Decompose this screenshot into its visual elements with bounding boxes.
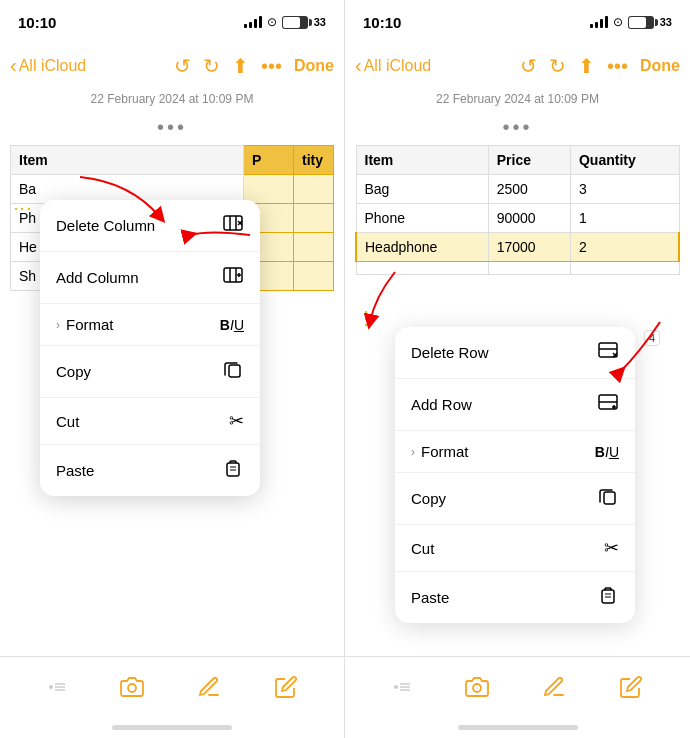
menu-item-copy-left[interactable]: Copy <box>40 346 260 398</box>
chevron-right-icon: › <box>56 318 60 332</box>
more-icon-right[interactable]: ••• <box>607 55 628 78</box>
col-header-item-right: Item <box>356 146 488 175</box>
add-column-icon <box>222 264 244 291</box>
compose-button-left[interactable] <box>274 675 298 699</box>
table-cell-left <box>294 262 334 291</box>
pen-button-right[interactable] <box>542 675 566 699</box>
status-bar-left: 10:10 ⊙ 33 <box>0 0 344 44</box>
left-phone-panel: 10:10 ⊙ 33 ‹ All iCloud ↺ <box>0 0 345 738</box>
col-header-price-left: P <box>244 146 294 175</box>
list-icon-right[interactable] <box>392 677 412 697</box>
content-area-right: ••• Item Price Quantity Bag 2500 3 <box>345 112 690 656</box>
undo-icon-right[interactable]: ↺ <box>520 54 537 78</box>
menu-item-copy-right[interactable]: Copy <box>395 473 635 525</box>
col-header-qty-left: tity <box>294 146 334 175</box>
number-badge-right: 4 <box>644 330 660 346</box>
nav-bar-left: ‹ All iCloud ↺ ↻ ⬆ ••• Done <box>0 44 344 88</box>
svg-rect-27 <box>604 492 615 504</box>
svg-rect-10 <box>229 365 240 377</box>
copy-icon-right <box>597 485 619 512</box>
right-phone-panel: 10:10 ⊙ 33 ‹ All iCloud ↺ <box>345 0 690 738</box>
table-right: Item Price Quantity Bag 2500 3 Phone 900… <box>345 145 690 275</box>
row-handle-left: ⋮ <box>12 200 34 220</box>
col-header-price-right: Price <box>488 146 570 175</box>
table-cell-left <box>294 175 334 204</box>
undo-icon-left[interactable]: ↺ <box>174 54 191 78</box>
pen-button-left[interactable] <box>197 675 221 699</box>
menu-item-delete-row[interactable]: Delete Row <box>395 327 635 379</box>
delete-row-icon <box>597 339 619 366</box>
wifi-icon-right: ⊙ <box>613 15 623 29</box>
content-area-left: ••• Item P tity Ba <box>0 112 344 656</box>
svg-point-31 <box>394 685 398 689</box>
chevron-left-icon-right: ‹ <box>355 54 362 77</box>
nav-back-left[interactable]: ‹ All iCloud <box>10 55 86 77</box>
menu-item-format-left[interactable]: › Format BIU <box>40 304 260 346</box>
menu-item-paste-right[interactable]: Paste <box>395 572 635 623</box>
table-cell-left <box>244 175 294 204</box>
status-time-left: 10:10 <box>18 14 56 31</box>
redo-icon-left[interactable]: ↻ <box>203 54 220 78</box>
table-row-4 <box>356 262 679 275</box>
more-dots-left: ••• <box>0 112 344 145</box>
add-row-icon <box>597 391 619 418</box>
table-row-headphone: Headphone 17000 2 <box>356 233 679 262</box>
more-icon-left[interactable]: ••• <box>261 55 282 78</box>
battery-left: 33 <box>282 16 326 29</box>
menu-item-paste-left[interactable]: Paste <box>40 445 260 496</box>
format-biu-icon: BIU <box>220 317 244 333</box>
camera-button-left[interactable] <box>120 675 144 699</box>
nav-back-right[interactable]: ‹ All iCloud <box>355 55 431 77</box>
menu-item-delete-column[interactable]: Delete Column <box>40 200 260 252</box>
share-icon-right[interactable]: ⬆ <box>578 54 595 78</box>
context-menu-left: Delete Column Add Column <box>40 200 260 496</box>
chevron-left-icon: ‹ <box>10 54 17 77</box>
done-button-right[interactable]: Done <box>640 57 680 75</box>
format-biu-icon-right: BIU <box>595 444 619 460</box>
copy-icon-left <box>222 358 244 385</box>
nav-bar-right: ‹ All iCloud ↺ ↻ ⬆ ••• Done <box>345 44 690 88</box>
paste-icon-left <box>222 457 244 484</box>
date-right: 22 February 2024 at 10:09 PM <box>345 88 690 112</box>
col-header-item-left: Item <box>11 146 244 175</box>
list-icon-left[interactable] <box>47 677 67 697</box>
svg-point-18 <box>128 684 136 692</box>
status-time-right: 10:10 <box>363 14 401 31</box>
menu-item-cut-right[interactable]: Cut ✂ <box>395 525 635 572</box>
status-icons-left: ⊙ 33 <box>244 15 326 29</box>
bottom-toolbar-right <box>345 656 690 716</box>
svg-point-14 <box>49 685 53 689</box>
more-dots-right: ••• <box>345 112 690 145</box>
redo-icon-right[interactable]: ↻ <box>549 54 566 78</box>
nav-actions-right: ↺ ↻ ⬆ ••• Done <box>520 54 680 78</box>
delete-column-icon <box>222 212 244 239</box>
signal-icon-left <box>244 16 262 28</box>
nav-actions-left: ↺ ↻ ⬆ ••• Done <box>174 54 334 78</box>
signal-icon-right <box>590 16 608 28</box>
menu-item-add-row[interactable]: Add Row <box>395 379 635 431</box>
wifi-icon-left: ⊙ <box>267 15 277 29</box>
done-button-left[interactable]: Done <box>294 57 334 75</box>
menu-item-format-right[interactable]: › Format BIU <box>395 431 635 473</box>
status-bar-right: 10:10 ⊙ 33 <box>345 0 690 44</box>
row-handle-right: ⋮ <box>357 307 375 329</box>
battery-right: 33 <box>628 16 672 29</box>
cut-icon-right: ✂ <box>604 537 619 559</box>
svg-point-35 <box>473 684 481 692</box>
date-left: 22 February 2024 at 10:09 PM <box>0 88 344 112</box>
chevron-right-icon-right: › <box>411 445 415 459</box>
home-indicator-right <box>345 716 690 738</box>
camera-button-right[interactable] <box>465 675 489 699</box>
menu-item-cut-left[interactable]: Cut ✂ <box>40 398 260 445</box>
table-cell-left <box>294 233 334 262</box>
col-header-qty-right: Quantity <box>570 146 679 175</box>
bottom-toolbar-left <box>0 656 344 716</box>
paste-icon-right <box>597 584 619 611</box>
share-icon-left[interactable]: ⬆ <box>232 54 249 78</box>
context-menu-right: Delete Row Add Row <box>395 327 635 623</box>
table-row-phone: Phone 90000 1 <box>356 204 679 233</box>
menu-item-add-column[interactable]: Add Column <box>40 252 260 304</box>
table-row-bag: Bag 2500 3 <box>356 175 679 204</box>
status-icons-right: ⊙ 33 <box>590 15 672 29</box>
compose-button-right[interactable] <box>619 675 643 699</box>
